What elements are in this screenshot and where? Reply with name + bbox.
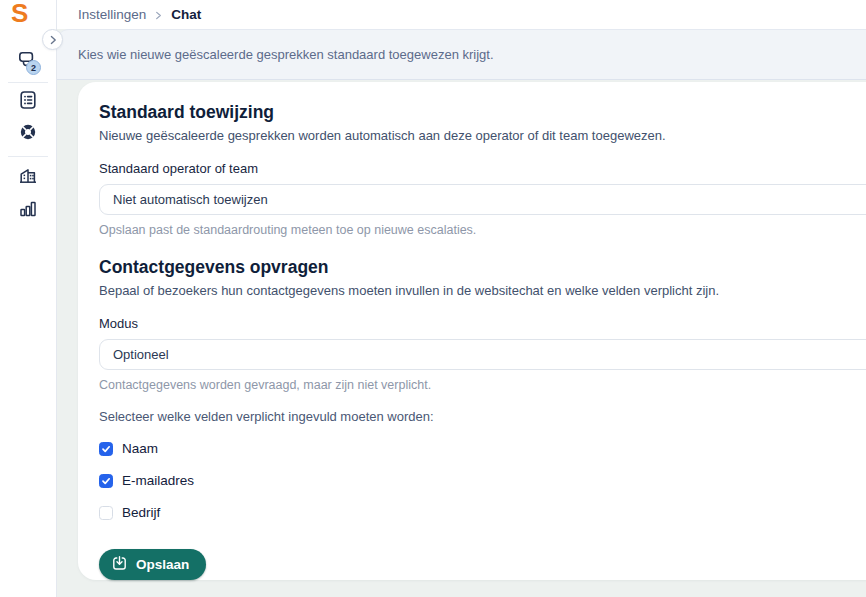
select-value: Niet automatisch toewijzen — [113, 192, 268, 207]
sidebar-item-company[interactable] — [0, 165, 56, 189]
breadcrumb-parent[interactable]: Instellingen — [78, 7, 146, 22]
checkbox-row-bedrijf[interactable]: Bedrijf — [99, 505, 866, 520]
assignment-helper-text: Opslaan past de standaardrouting meteen … — [99, 223, 866, 238]
app-logo[interactable]: S — [11, 0, 28, 29]
required-fields-prompt: Selecteer welke velden verplicht ingevul… — [99, 409, 866, 424]
save-icon — [111, 555, 128, 575]
checkbox-icon — [99, 474, 113, 488]
unread-count-badge: 2 — [26, 60, 41, 75]
save-button[interactable]: Opslaan — [99, 549, 206, 580]
checkbox-label: Bedrijf — [122, 505, 160, 520]
sidebar-collapse-button[interactable] — [42, 29, 63, 50]
bar-chart-icon — [17, 197, 39, 223]
breadcrumb-chevron-icon — [154, 6, 163, 24]
sidebar: S 2 — [0, 0, 57, 597]
banner-text: Kies wie nieuwe geëscaleerde gesprekken … — [78, 47, 494, 62]
chevron-right-icon — [48, 31, 58, 49]
modus-label: Modus — [99, 316, 866, 331]
sidebar-item-help[interactable] — [0, 122, 56, 146]
sidebar-item-conversations[interactable]: 2 — [0, 50, 56, 74]
section-description: Bepaal of bezoekers hun contactgegevens … — [99, 283, 866, 298]
contact-helper-text: Contactgegevens worden gevraagd, maar zi… — [99, 378, 866, 393]
checkbox-row-emailadres[interactable]: E-mailadres — [99, 473, 866, 488]
sidebar-item-forms[interactable] — [0, 90, 56, 114]
section-description: Nieuwe geëscaleerde gesprekken worden au… — [99, 128, 866, 143]
sidebar-item-statistics[interactable] — [0, 198, 56, 222]
modus-select[interactable]: Optioneel — [99, 339, 866, 370]
save-button-label: Opslaan — [136, 557, 189, 572]
select-value: Optioneel — [113, 347, 169, 362]
checkbox-label: E-mailadres — [122, 473, 194, 488]
checkbox-icon — [99, 442, 113, 456]
checkbox-label: Naam — [122, 441, 158, 456]
sidebar-divider — [8, 156, 48, 157]
section-title-assignment: Standaard toewijzing — [99, 102, 866, 123]
form-list-icon — [17, 89, 39, 115]
sidebar-divider — [8, 82, 48, 83]
settings-card: Standaard toewijzing Nieuwe geëscaleerde… — [78, 82, 866, 580]
default-operator-label: Standaard operator of team — [99, 161, 866, 176]
default-operator-select[interactable]: Niet automatisch toewijzen — [99, 184, 866, 215]
checkbox-row-naam[interactable]: Naam — [99, 441, 866, 456]
breadcrumb-current: Chat — [171, 7, 201, 22]
building-icon — [17, 164, 39, 190]
top-header: Instellingen Chat — [57, 0, 866, 29]
section-title-contact: Contactgegevens opvragen — [99, 257, 866, 278]
checkbox-icon — [99, 506, 113, 520]
page-intro-banner: Kies wie nieuwe geëscaleerde gesprekken … — [57, 29, 866, 80]
lifebuoy-icon — [17, 121, 39, 147]
